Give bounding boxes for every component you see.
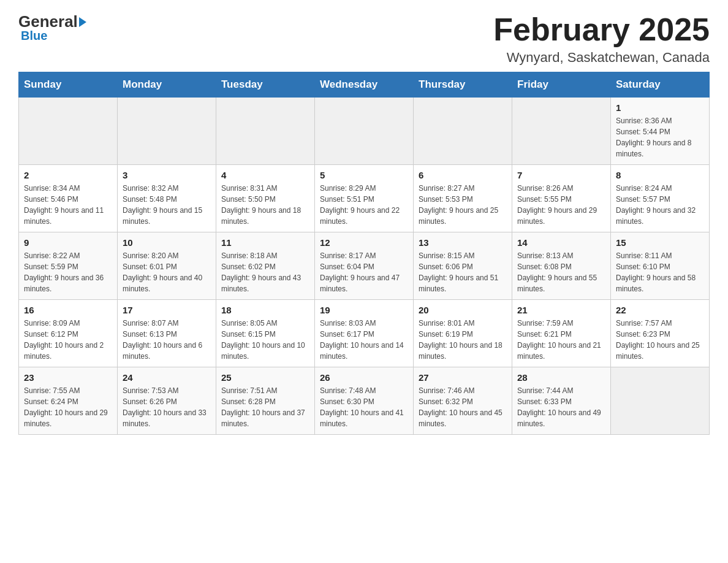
calendar-cell: 21Sunrise: 7:59 AM Sunset: 6:21 PM Dayli… (512, 300, 611, 367)
day-info: Sunrise: 8:24 AM Sunset: 5:57 PM Dayligh… (616, 183, 704, 227)
logo-sub: Blue (21, 29, 47, 43)
day-info: Sunrise: 7:59 AM Sunset: 6:21 PM Dayligh… (517, 318, 605, 362)
day-info: Sunrise: 7:55 AM Sunset: 6:24 PM Dayligh… (24, 385, 112, 429)
header-day-monday: Monday (118, 72, 216, 98)
day-number: 9 (24, 237, 112, 248)
month-title: February 2025 (493, 12, 710, 47)
day-number: 28 (517, 372, 605, 383)
calendar-cell: 18Sunrise: 8:05 AM Sunset: 6:15 PM Dayli… (216, 300, 315, 367)
day-info: Sunrise: 7:44 AM Sunset: 6:33 PM Dayligh… (517, 385, 605, 429)
week-row-1: 1Sunrise: 8:36 AM Sunset: 5:44 PM Daylig… (19, 98, 710, 165)
calendar-cell (512, 98, 611, 165)
day-info: Sunrise: 8:05 AM Sunset: 6:15 PM Dayligh… (221, 318, 309, 362)
calendar-cell: 3Sunrise: 8:32 AM Sunset: 5:48 PM Daylig… (118, 165, 216, 232)
day-info: Sunrise: 8:22 AM Sunset: 5:59 PM Dayligh… (24, 250, 112, 294)
day-number: 12 (320, 237, 408, 248)
day-number: 26 (320, 372, 408, 383)
day-info: Sunrise: 7:53 AM Sunset: 6:26 PM Dayligh… (123, 385, 211, 429)
calendar-cell: 5Sunrise: 8:29 AM Sunset: 5:51 PM Daylig… (315, 165, 414, 232)
calendar-cell: 16Sunrise: 8:09 AM Sunset: 6:12 PM Dayli… (19, 300, 118, 367)
day-info: Sunrise: 7:48 AM Sunset: 6:30 PM Dayligh… (320, 385, 408, 429)
day-number: 20 (419, 305, 507, 315)
calendar-cell: 17Sunrise: 8:07 AM Sunset: 6:13 PM Dayli… (118, 300, 216, 367)
day-info: Sunrise: 8:29 AM Sunset: 5:51 PM Dayligh… (320, 183, 408, 227)
day-number: 2 (24, 170, 112, 180)
calendar-cell: 9Sunrise: 8:22 AM Sunset: 5:59 PM Daylig… (19, 232, 118, 300)
day-number: 19 (320, 305, 408, 315)
calendar-cell: 23Sunrise: 7:55 AM Sunset: 6:24 PM Dayli… (19, 367, 118, 435)
day-info: Sunrise: 8:15 AM Sunset: 6:06 PM Dayligh… (419, 250, 507, 294)
day-info: Sunrise: 8:31 AM Sunset: 5:50 PM Dayligh… (221, 183, 309, 227)
calendar-header: SundayMondayTuesdayWednesdayThursdayFrid… (19, 72, 710, 98)
day-number: 5 (320, 170, 408, 180)
week-row-5: 23Sunrise: 7:55 AM Sunset: 6:24 PM Dayli… (19, 367, 710, 435)
calendar-cell: 24Sunrise: 7:53 AM Sunset: 6:26 PM Dayli… (118, 367, 216, 435)
title-area: February 2025 Wynyard, Saskatchewan, Can… (493, 12, 710, 66)
location: Wynyard, Saskatchewan, Canada (493, 50, 710, 66)
calendar-cell (216, 98, 315, 165)
calendar-table: SundayMondayTuesdayWednesdayThursdayFrid… (18, 72, 710, 435)
header-day-friday: Friday (512, 72, 611, 98)
week-row-3: 9Sunrise: 8:22 AM Sunset: 5:59 PM Daylig… (19, 232, 710, 300)
day-number: 27 (419, 372, 507, 383)
day-info: Sunrise: 8:03 AM Sunset: 6:17 PM Dayligh… (320, 318, 408, 362)
logo-arrow (79, 17, 86, 27)
calendar-cell: 15Sunrise: 8:11 AM Sunset: 6:10 PM Dayli… (611, 232, 710, 300)
calendar-cell: 1Sunrise: 8:36 AM Sunset: 5:44 PM Daylig… (611, 98, 710, 165)
day-number: 22 (616, 305, 704, 315)
calendar-cell: 28Sunrise: 7:44 AM Sunset: 6:33 PM Dayli… (512, 367, 611, 435)
day-number: 1 (616, 102, 704, 113)
day-info: Sunrise: 8:07 AM Sunset: 6:13 PM Dayligh… (123, 318, 211, 362)
day-number: 17 (123, 305, 211, 315)
day-number: 3 (123, 170, 211, 180)
calendar-cell: 25Sunrise: 7:51 AM Sunset: 6:28 PM Dayli… (216, 367, 315, 435)
calendar-cell (315, 98, 414, 165)
day-info: Sunrise: 8:01 AM Sunset: 6:19 PM Dayligh… (419, 318, 507, 362)
day-info: Sunrise: 8:26 AM Sunset: 5:55 PM Dayligh… (517, 183, 605, 227)
day-info: Sunrise: 8:27 AM Sunset: 5:53 PM Dayligh… (419, 183, 507, 227)
day-number: 25 (221, 372, 309, 383)
day-info: Sunrise: 8:11 AM Sunset: 6:10 PM Dayligh… (616, 250, 704, 294)
day-number: 18 (221, 305, 309, 315)
calendar-cell: 2Sunrise: 8:34 AM Sunset: 5:46 PM Daylig… (19, 165, 118, 232)
day-number: 15 (616, 237, 704, 248)
day-number: 4 (221, 170, 309, 180)
day-info: Sunrise: 7:57 AM Sunset: 6:23 PM Dayligh… (616, 318, 704, 362)
calendar-cell: 14Sunrise: 8:13 AM Sunset: 6:08 PM Dayli… (512, 232, 611, 300)
calendar-cell (414, 98, 512, 165)
day-info: Sunrise: 8:34 AM Sunset: 5:46 PM Dayligh… (24, 183, 112, 227)
day-info: Sunrise: 8:09 AM Sunset: 6:12 PM Dayligh… (24, 318, 112, 362)
day-number: 11 (221, 237, 309, 248)
day-info: Sunrise: 7:46 AM Sunset: 6:32 PM Dayligh… (419, 385, 507, 429)
header-day-tuesday: Tuesday (216, 72, 315, 98)
calendar-cell (19, 98, 118, 165)
calendar-cell: 22Sunrise: 7:57 AM Sunset: 6:23 PM Dayli… (611, 300, 710, 367)
day-info: Sunrise: 8:18 AM Sunset: 6:02 PM Dayligh… (221, 250, 309, 294)
calendar-cell: 13Sunrise: 8:15 AM Sunset: 6:06 PM Dayli… (414, 232, 512, 300)
day-number: 21 (517, 305, 605, 315)
header-day-saturday: Saturday (611, 72, 710, 98)
day-number: 14 (517, 237, 605, 248)
calendar-cell: 6Sunrise: 8:27 AM Sunset: 5:53 PM Daylig… (414, 165, 512, 232)
day-number: 7 (517, 170, 605, 180)
logo: General Blue (18, 12, 86, 43)
day-number: 8 (616, 170, 704, 180)
day-info: Sunrise: 8:32 AM Sunset: 5:48 PM Dayligh… (123, 183, 211, 227)
header-day-sunday: Sunday (19, 72, 118, 98)
day-number: 13 (419, 237, 507, 248)
calendar-cell: 12Sunrise: 8:17 AM Sunset: 6:04 PM Dayli… (315, 232, 414, 300)
day-info: Sunrise: 8:13 AM Sunset: 6:08 PM Dayligh… (517, 250, 605, 294)
calendar-cell: 26Sunrise: 7:48 AM Sunset: 6:30 PM Dayli… (315, 367, 414, 435)
week-row-2: 2Sunrise: 8:34 AM Sunset: 5:46 PM Daylig… (19, 165, 710, 232)
day-number: 23 (24, 372, 112, 383)
week-row-4: 16Sunrise: 8:09 AM Sunset: 6:12 PM Dayli… (19, 300, 710, 367)
calendar-cell: 4Sunrise: 8:31 AM Sunset: 5:50 PM Daylig… (216, 165, 315, 232)
calendar-cell: 8Sunrise: 8:24 AM Sunset: 5:57 PM Daylig… (611, 165, 710, 232)
calendar-cell (611, 367, 710, 435)
header-row: SundayMondayTuesdayWednesdayThursdayFrid… (19, 72, 710, 98)
calendar-cell: 7Sunrise: 8:26 AM Sunset: 5:55 PM Daylig… (512, 165, 611, 232)
day-info: Sunrise: 8:20 AM Sunset: 6:01 PM Dayligh… (123, 250, 211, 294)
day-number: 6 (419, 170, 507, 180)
header-day-wednesday: Wednesday (315, 72, 414, 98)
calendar-cell: 27Sunrise: 7:46 AM Sunset: 6:32 PM Dayli… (414, 367, 512, 435)
